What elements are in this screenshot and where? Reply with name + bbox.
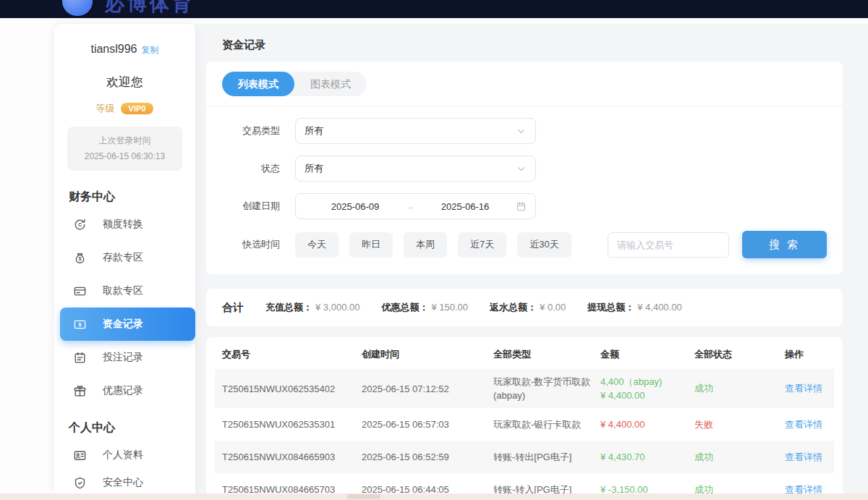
sidebar-item-fund-records[interactable]: $ 资金记录 — [60, 308, 195, 341]
transaction-search-input[interactable] — [608, 232, 729, 258]
summary-value: ¥ 0.00 — [540, 302, 566, 313]
filter-row-date: 创建日期 2025-06-09 → 2025-06-16 — [222, 193, 827, 219]
date-range-picker[interactable]: 2025-06-09 → 2025-06-16 — [295, 193, 536, 219]
sidebar-item-profile[interactable]: 个人资料 — [54, 438, 195, 472]
level-row: 等级VIP0 — [54, 102, 195, 115]
quick-btn-yesterday[interactable]: 昨日 — [349, 232, 393, 258]
filter-card: 列表模式 图表模式 交易类型 所有 状态 所有 — [206, 62, 843, 274]
deposit-icon: $ — [73, 251, 87, 265]
page-title: 资金记录 — [195, 24, 868, 52]
quick-btn-last-30-days[interactable]: 近30天 — [517, 232, 571, 258]
chevron-down-icon — [516, 126, 527, 137]
quick-btn-today[interactable]: 今天 — [295, 232, 339, 258]
summary-label: 优惠总额： — [381, 302, 428, 313]
sidebar: tiansl996复制 欢迎您 等级VIP0 上次登录时间 2025-06-15… — [54, 24, 195, 493]
cell-status: 失败 — [694, 418, 785, 431]
quick-time-label: 快选时间 — [222, 238, 280, 251]
cell-amount: ¥ -3,150.00 — [600, 484, 694, 493]
sidebar-item-label: 存款专区 — [103, 251, 143, 264]
view-details-link[interactable]: 查看详情 — [785, 483, 827, 494]
search-button[interactable]: 搜 索 — [742, 231, 827, 258]
calendar-icon — [516, 201, 527, 212]
cell-created-time: 2025-06-15 06:57:03 — [362, 419, 493, 430]
level-label: 等级 — [96, 103, 115, 114]
welcome-text: 欢迎您 — [54, 74, 195, 90]
summary-value: ¥ 3,000.00 — [315, 302, 359, 313]
top-navbar: 必博体育 — [0, 0, 868, 18]
view-details-link[interactable]: 查看详情 — [785, 418, 827, 431]
tabs-divider — [206, 106, 843, 106]
col-created-time: 创建时间 — [362, 348, 493, 361]
sidebar-item-label: 安全中心 — [103, 476, 143, 489]
sidebar-item-deposit[interactable]: $ 存款专区 — [54, 241, 195, 274]
horizontal-scrollbar[interactable] — [0, 493, 868, 500]
cell-status: 成功 — [694, 451, 785, 464]
cell-status: 成功 — [694, 483, 785, 494]
summary-deposit-total: 充值总额：¥ 3,000.00 — [265, 301, 359, 314]
last-login-time: 2025-06-15 06:30:13 — [72, 149, 178, 165]
scrollbar-thumb[interactable] — [347, 494, 380, 499]
date-range-arrow-icon: → — [406, 201, 414, 211]
summary-label: 充值总额： — [265, 302, 312, 313]
summary-title: 合计 — [222, 301, 244, 315]
username: tiansl996 — [90, 43, 137, 55]
type-select[interactable]: 所有 — [295, 118, 536, 144]
quick-btn-last-7-days[interactable]: 近7天 — [458, 232, 506, 258]
sidebar-item-promo-records[interactable]: 优惠记录 — [54, 374, 195, 407]
view-details-link[interactable]: 查看详情 — [785, 451, 827, 464]
cell-type: 玩家取款-银行卡取款 — [493, 418, 600, 431]
svg-text:$: $ — [79, 322, 82, 328]
status-filter-label: 状态 — [222, 162, 280, 175]
sidebar-item-label: 取款专区 — [103, 284, 143, 297]
sidebar-item-security[interactable]: 安全中心 — [54, 472, 195, 493]
summary-card: 合计 充值总额：¥ 3,000.00 优惠总额：¥ 150.00 返水总额：¥ … — [206, 289, 843, 326]
brand-logo-icon[interactable] — [62, 0, 93, 16]
svg-text:C: C — [78, 222, 82, 228]
view-details-link[interactable]: 查看详情 — [785, 382, 827, 395]
table-header-row: 交易号 创建时间 全部类型 金额 全部状态 操作 — [222, 340, 827, 369]
last-login-label: 上次登录时间 — [72, 133, 178, 149]
summary-label: 提现总额： — [587, 302, 634, 313]
vip-badge: VIP0 — [121, 103, 154, 114]
sidebar-item-withdraw[interactable]: 取款专区 — [54, 274, 195, 308]
gift-icon — [73, 384, 87, 398]
quick-btn-this-week[interactable]: 本周 — [404, 232, 447, 258]
filter-row-type: 交易类型 所有 — [222, 118, 827, 144]
sidebar-item-label: 个人资料 — [103, 449, 143, 462]
sidebar-item-bet-records[interactable]: 投注记录 — [54, 341, 195, 374]
sidebar-item-label: 优惠记录 — [103, 384, 143, 397]
sidebar-item-label: 投注记录 — [103, 351, 143, 364]
type-filter-label: 交易类型 — [222, 124, 280, 137]
brand-title[interactable]: 必博体育 — [105, 0, 195, 17]
tab-list-mode[interactable]: 列表模式 — [222, 72, 294, 96]
cell-type: 转账-转出[PG电子] — [493, 451, 600, 464]
table-row: T250615NWUX084665703 2025-06-15 06:44:05… — [222, 473, 827, 493]
date-from-value[interactable]: 2025-06-09 — [305, 201, 406, 212]
date-filter-label: 创建日期 — [222, 200, 280, 213]
page-body: tiansl996复制 欢迎您 等级VIP0 上次登录时间 2025-06-15… — [0, 18, 868, 500]
withdraw-icon — [73, 284, 87, 298]
cell-transaction-id: T250615NWUX084665903 — [222, 452, 362, 462]
transactions-table: 交易号 创建时间 全部类型 金额 全部状态 操作 T250615NWUX0625… — [206, 337, 843, 493]
col-status: 全部状态 — [694, 348, 785, 361]
type-select-value: 所有 — [305, 124, 323, 137]
summary-rebate-total: 返水总额：¥ 0.00 — [490, 301, 566, 314]
table-row: T250615NWUX062535301 2025-06-15 06:57:03… — [222, 408, 827, 441]
sidebar-item-quota-transfer[interactable]: C 额度转换 — [54, 208, 195, 241]
summary-value: ¥ 4,400.00 — [637, 302, 681, 313]
copy-username-button[interactable]: 复制 — [142, 45, 159, 55]
bets-icon — [73, 351, 87, 365]
last-login-box: 上次登录时间 2025-06-15 06:30:13 — [67, 127, 182, 171]
date-to-value[interactable]: 2025-06-16 — [414, 201, 516, 212]
tab-chart-mode[interactable]: 图表模式 — [294, 72, 367, 96]
cell-transaction-id: T250615NWUX062535402 — [222, 384, 362, 394]
cell-status: 成功 — [694, 382, 785, 395]
summary-bonus-total: 优惠总额：¥ 150.00 — [381, 301, 468, 314]
col-amount: 金额 — [600, 348, 694, 361]
status-select[interactable]: 所有 — [295, 156, 536, 182]
cell-created-time: 2025-06-15 07:12:52 — [362, 384, 493, 394]
svg-text:$: $ — [79, 256, 82, 262]
funds-icon: $ — [73, 318, 87, 331]
section-title-finance: 财务中心 — [69, 190, 195, 205]
sidebar-item-label: 资金记录 — [103, 318, 143, 331]
